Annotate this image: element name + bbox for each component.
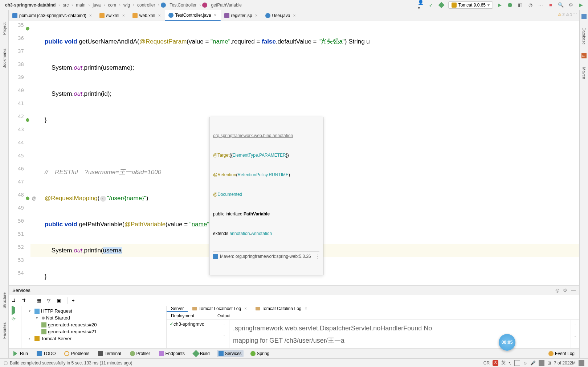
scroll-up-icon[interactable]: ↑ [574,323,576,328]
tab-catalina-log[interactable]: Tomcat Catalina Log× [251,306,311,312]
user-icon[interactable]: 👤▾ [418,2,424,8]
chevron-down-icon[interactable]: ˇ [576,12,577,17]
breadcrumb-method[interactable]: getPathVariable [209,2,243,8]
attach-icon[interactable]: ⋯ [537,2,544,8]
group-icon[interactable]: ▦ [37,298,42,304]
tb-services[interactable]: Services [217,350,244,357]
ime-pad-icon[interactable] [539,360,544,366]
close-icon[interactable]: × [89,13,92,18]
search-icon[interactable]: 🔍 [558,2,564,8]
ime-sogou-icon[interactable]: S [493,360,498,366]
tab-localhost-log[interactable]: Tomcat Localhost Log× [188,306,251,312]
lock-icon[interactable] [579,360,584,366]
breadcrumb-src[interactable]: src [61,2,70,8]
tool-structure[interactable]: Structure [1,291,7,310]
debug-service-icon[interactable] [12,334,18,340]
editor[interactable]: 35 36 37 38 39 40 41 42 43 44 45 46 47 4… [9,21,579,285]
run-gutter-icon[interactable] [25,117,30,123]
ime-emoji-icon[interactable]: ☺ [523,360,527,366]
stop-service-icon[interactable] [12,325,18,331]
tool-maven[interactable]: Maven [581,66,587,81]
gear-icon[interactable]: ⚙ [563,288,567,293]
close-icon[interactable]: × [255,13,258,18]
run-icon[interactable]: ▶ [497,2,503,8]
tool-bookmarks[interactable]: Bookmarks [1,47,7,70]
tree-tomcat-server[interactable]: ▸Tomcat Server [21,335,166,342]
code-body[interactable]: public void getUserNameAndIdA(@RequestPa… [30,21,579,285]
tb-endpoints[interactable]: Endpoints [157,350,187,357]
doc-package[interactable]: org.springframework.web.bind.annotation [213,133,293,138]
run-anything-icon[interactable]: ▶ [578,2,584,8]
tb-todo[interactable]: TODO [35,350,57,357]
debug-icon[interactable] [507,2,513,8]
ime-keyboard-icon[interactable] [514,360,520,366]
vcs-update-icon[interactable]: ↙ [428,2,434,8]
redeploy-icon[interactable]: ⟳ [12,316,18,323]
inspection-widget[interactable]: ⚠2 ⚠1 ˆ ˇ [558,12,577,17]
coverage-icon[interactable]: ◧ [517,2,523,8]
tb-event-log[interactable]: Event Log [547,350,576,357]
view-icon[interactable]: ▣ [57,298,63,304]
tool-favorites[interactable]: Favorites [1,321,7,340]
tb-build[interactable]: Build [192,350,212,357]
breadcrumb-java[interactable]: java [91,2,102,8]
tb-problems[interactable]: Problems [62,350,91,357]
tab-testcontroller[interactable]: TestController.java× [165,10,221,21]
console-output[interactable]: .springframework.web.servlet.DispatcherS… [229,320,571,348]
tree-http-request[interactable]: ▾HTTP Request [21,308,166,314]
ime-settings-icon[interactable]: ⊞ [547,360,551,366]
tree-gen20[interactable]: generated-requests#20 [21,321,166,328]
ime-mic-icon[interactable]: 🎤 [530,360,536,366]
target-icon[interactable]: ◎ [555,288,559,293]
run-config-selector[interactable]: Tomcat 9.0.65 ▾ [448,1,493,9]
timer-badge[interactable]: 00:05 [499,334,515,351]
tree-gen21[interactable]: generated-requests#21 [21,328,166,335]
close-icon[interactable]: × [122,13,125,18]
settings-sync-icon[interactable]: ⚙ [568,2,574,8]
tab-register-jsp[interactable]: register.jsp× [221,10,262,21]
rerun-icon[interactable] [12,308,18,314]
tree-not-started[interactable]: ▾Not Started [21,314,166,321]
add-icon[interactable]: + [72,298,78,304]
breadcrumb-class[interactable]: TestController [168,2,198,8]
close-icon[interactable]: × [293,13,296,18]
collapse-all-icon[interactable]: ⇈ [22,298,28,304]
breadcrumb-project[interactable]: ch3-springmvc-databind [4,2,57,8]
stop-icon[interactable]: ■ [547,2,554,8]
status-memory[interactable]: 7 of 2022M [554,360,576,366]
breadcrumb-wlg[interactable]: wlg [122,2,131,8]
minimize-icon[interactable]: — [571,288,576,293]
breadcrumb-controller[interactable]: controller [136,2,156,8]
close-icon[interactable]: × [214,13,217,18]
services-tree[interactable]: ▾HTTP Request ▾Not Started generated-req… [21,306,167,348]
run-gutter-icon[interactable] [25,26,30,32]
tool-window-icon[interactable]: ▢ [4,360,8,366]
build-hammer-icon[interactable] [438,2,445,8]
navigate-icon[interactable]: ↔ [100,196,106,202]
tab-server[interactable]: Server [167,306,188,312]
tab-user-java[interactable]: User.java× [262,10,300,21]
expand-all-icon[interactable]: ⇊ [12,298,17,304]
scroll-down-icon[interactable]: ↓ [574,333,576,338]
down-icon[interactable]: ↓ [223,332,225,337]
doc-maven-source[interactable]: Maven: org.springframework:spring-web:5.… [213,251,319,260]
close-icon[interactable]: × [158,13,161,18]
breadcrumb-main[interactable]: main [74,2,87,8]
status-encoding[interactable]: CR [483,360,490,366]
tool-database[interactable]: Database [581,26,587,46]
tb-profiler[interactable]: Profiler [128,350,152,357]
tool-project[interactable]: Project [1,21,7,36]
ime-punct-icon[interactable]: •, [509,360,511,366]
more-icon[interactable]: ⋮ [315,253,319,260]
ime-lang[interactable]: 英 [501,360,506,366]
deployment-list[interactable]: ✓ch3-springmvc [167,320,219,348]
tb-spring[interactable]: Spring [249,350,271,357]
up-icon[interactable]: ↑ [223,323,225,328]
breadcrumb[interactable]: ch3-springmvc-databind › src› main› java… [4,2,418,8]
profile-icon[interactable]: ◔ [527,2,534,8]
tb-terminal[interactable]: Terminal [96,350,123,357]
filter-icon[interactable]: ▽ [47,298,53,304]
tb-run[interactable]: Run [12,350,30,357]
breadcrumb-com[interactable]: com [106,2,118,8]
tab-sw-xml[interactable]: sw.xml× [96,10,129,21]
